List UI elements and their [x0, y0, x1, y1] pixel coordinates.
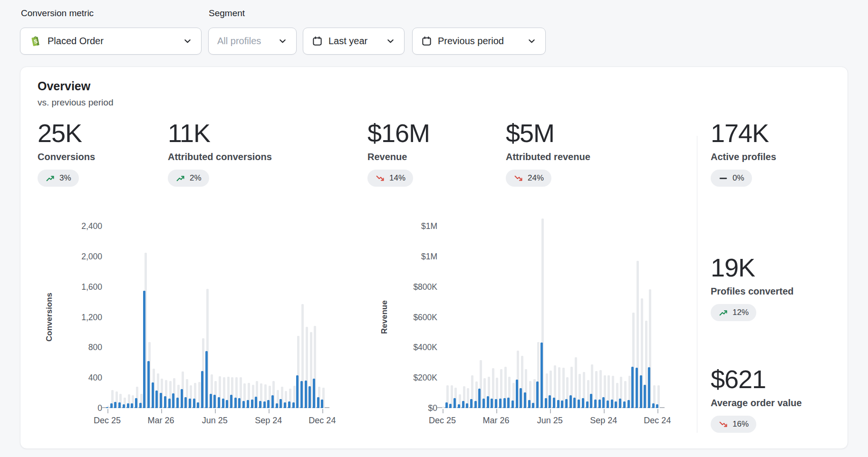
attributed-bar[interactable] [181, 389, 183, 408]
attributed-bar[interactable] [453, 398, 456, 408]
attributed-bar[interactable] [176, 398, 179, 408]
attributed-bar[interactable] [586, 401, 588, 408]
attributed-bar[interactable] [590, 394, 592, 408]
attributed-bar[interactable] [536, 381, 539, 408]
attributed-bar[interactable] [503, 398, 506, 408]
attributed-bar[interactable] [139, 403, 142, 408]
attributed-bar[interactable] [305, 381, 307, 408]
attributed-bar[interactable] [234, 398, 237, 408]
attributed-bar[interactable] [520, 388, 522, 408]
attributed-bar[interactable] [230, 395, 232, 408]
attributed-bar[interactable] [296, 375, 299, 408]
attributed-bar[interactable] [255, 397, 257, 408]
revenue-chart[interactable]: Revenue $0$200K$400K$600K$800K$1M$1M Dec… [379, 226, 674, 435]
attributed-bar[interactable] [201, 371, 203, 408]
attributed-bar[interactable] [147, 361, 150, 408]
attributed-bar[interactable] [652, 403, 655, 408]
attributed-bar[interactable] [636, 368, 638, 408]
attributed-bar[interactable] [611, 400, 613, 408]
comparison-period-dropdown[interactable]: Previous period [412, 28, 546, 55]
attributed-bar[interactable] [561, 400, 563, 408]
attributed-bar[interactable] [449, 404, 452, 408]
attributed-bar[interactable] [106, 407, 108, 408]
attributed-bar[interactable] [573, 398, 576, 408]
attributed-bar[interactable] [549, 395, 551, 408]
attributed-bar[interactable] [292, 402, 295, 408]
total-bar[interactable] [442, 407, 444, 408]
attributed-bar[interactable] [313, 379, 315, 408]
attributed-bar[interactable] [627, 400, 630, 408]
plot-area[interactable] [106, 226, 325, 408]
attributed-bar[interactable] [205, 351, 208, 408]
attributed-bar[interactable] [184, 397, 187, 408]
attributed-bar[interactable] [615, 401, 617, 408]
attributed-bar[interactable] [280, 399, 282, 408]
attributed-bar[interactable] [155, 390, 158, 409]
attributed-bar[interactable] [210, 394, 212, 408]
attributed-bar[interactable] [644, 385, 646, 408]
attributed-bar[interactable] [458, 404, 460, 408]
attributed-bar[interactable] [284, 402, 286, 408]
attributed-bar[interactable] [499, 399, 502, 408]
attributed-bar[interactable] [623, 401, 626, 408]
date-range-dropdown[interactable]: Last year [303, 28, 405, 55]
attributed-bar[interactable] [288, 401, 290, 408]
attributed-bar[interactable] [309, 386, 311, 408]
attributed-bar[interactable] [143, 291, 145, 408]
attributed-bar[interactable] [565, 399, 568, 408]
attributed-bar[interactable] [131, 403, 133, 408]
attributed-bar[interactable] [317, 397, 319, 408]
attributed-bar[interactable] [602, 397, 605, 408]
conversion-metric-dropdown[interactable]: S Placed Order [20, 28, 202, 55]
attributed-bar[interactable] [482, 399, 485, 408]
attributed-bar[interactable] [242, 401, 245, 408]
attributed-bar[interactable] [524, 392, 526, 408]
attributed-bar[interactable] [213, 395, 216, 408]
attributed-bar[interactable] [511, 400, 514, 408]
attributed-bar[interactable] [118, 402, 121, 408]
attributed-bar[interactable] [193, 399, 195, 408]
attributed-bar[interactable] [152, 382, 154, 408]
attributed-bar[interactable] [247, 400, 249, 408]
attributed-bar[interactable] [263, 401, 266, 408]
attributed-bar[interactable] [218, 397, 220, 408]
attributed-bar[interactable] [222, 399, 224, 408]
attributed-bar[interactable] [238, 398, 241, 408]
plot-area[interactable] [441, 226, 660, 408]
conversions-chart[interactable]: Conversions 04008001,2001,6002,0002,400 … [44, 226, 339, 435]
attributed-bar[interactable] [532, 403, 534, 408]
attributed-bar[interactable] [445, 402, 448, 408]
attributed-bar[interactable] [594, 400, 597, 408]
attributed-bar[interactable] [582, 398, 584, 408]
attributed-bar[interactable] [516, 380, 518, 408]
attributed-bar[interactable] [553, 398, 555, 408]
attributed-bar[interactable] [631, 367, 634, 408]
attributed-bar[interactable] [528, 400, 530, 408]
attributed-bar[interactable] [127, 403, 129, 408]
attributed-bar[interactable] [495, 399, 497, 408]
attributed-bar[interactable] [487, 396, 489, 408]
attributed-bar[interactable] [114, 402, 116, 408]
attributed-bar[interactable] [321, 400, 323, 408]
attributed-bar[interactable] [189, 399, 191, 408]
attributed-bar[interactable] [110, 403, 113, 408]
attributed-bar[interactable] [619, 399, 621, 408]
attributed-bar[interactable] [557, 400, 559, 408]
attributed-bar[interactable] [598, 400, 601, 408]
attributed-bar[interactable] [226, 400, 228, 408]
attributed-bar[interactable] [640, 375, 642, 408]
attributed-bar[interactable] [462, 401, 464, 408]
attributed-bar[interactable] [474, 401, 477, 408]
attributed-bar[interactable] [478, 389, 481, 408]
attributed-bar[interactable] [197, 402, 199, 408]
attributed-bar[interactable] [123, 404, 125, 408]
attributed-bar[interactable] [168, 399, 171, 408]
attributed-bar[interactable] [466, 403, 468, 408]
attributed-bar[interactable] [300, 381, 303, 408]
attributed-bar[interactable] [470, 399, 473, 408]
attributed-bar[interactable] [259, 401, 261, 408]
segment-dropdown[interactable]: All profiles [208, 28, 297, 55]
attributed-bar[interactable] [251, 400, 253, 408]
attributed-bar[interactable] [507, 398, 510, 408]
attributed-bar[interactable] [607, 400, 609, 408]
